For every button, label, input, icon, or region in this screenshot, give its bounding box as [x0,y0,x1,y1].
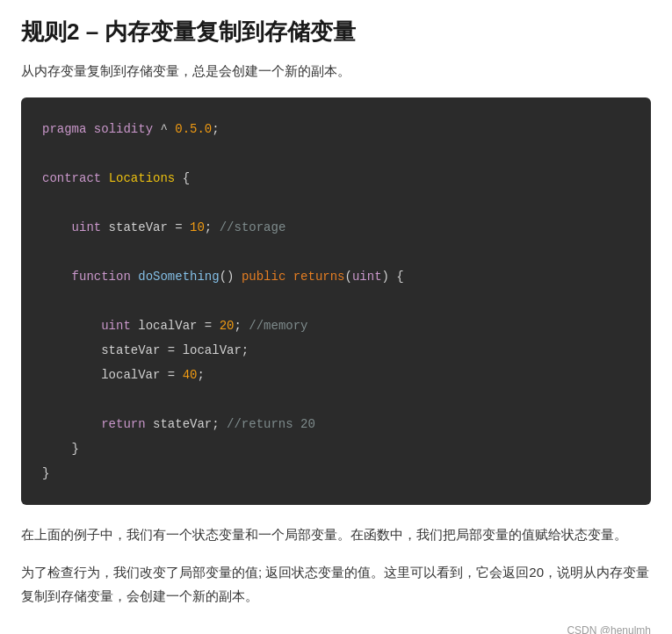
code-line-8 [42,289,630,313]
code-line-6 [42,240,630,264]
code-line-7: function doSomething() public returns(ui… [42,264,630,289]
code-line-5: uint stateVar = 10; //storage [42,215,630,240]
code-line-3: contract Locations { [42,166,630,191]
body-paragraph-2: 为了检查行为，我们改变了局部变量的值; 返回状态变量的值。这里可以看到，它会返回… [21,560,651,608]
body-paragraph-1: 在上面的例子中，我们有一个状态变量和一个局部变量。在函数中，我们把局部变量的值赋… [21,522,651,546]
intro-text: 从内存变量复制到存储变量，总是会创建一个新的副本。 [21,60,651,83]
code-line-2 [42,141,630,166]
code-block: pragma solidity ^ 0.5.0; contract Locati… [21,97,651,505]
code-line-12 [42,387,630,412]
watermark: CSDN @henulmh [21,622,651,634]
code-line-11: localVar = 40; [42,363,630,387]
code-line-14: } [42,436,630,461]
code-line-15: } [42,461,630,486]
code-line-10: stateVar = localVar; [42,338,630,363]
code-line-9: uint localVar = 20; //memory [42,313,630,338]
code-line-1: pragma solidity ^ 0.5.0; [42,117,630,141]
code-line-13: return stateVar; //returns 20 [42,412,630,436]
page-title: 规则2 – 内存变量复制到存储变量 [21,18,651,47]
code-line-4 [42,191,630,215]
